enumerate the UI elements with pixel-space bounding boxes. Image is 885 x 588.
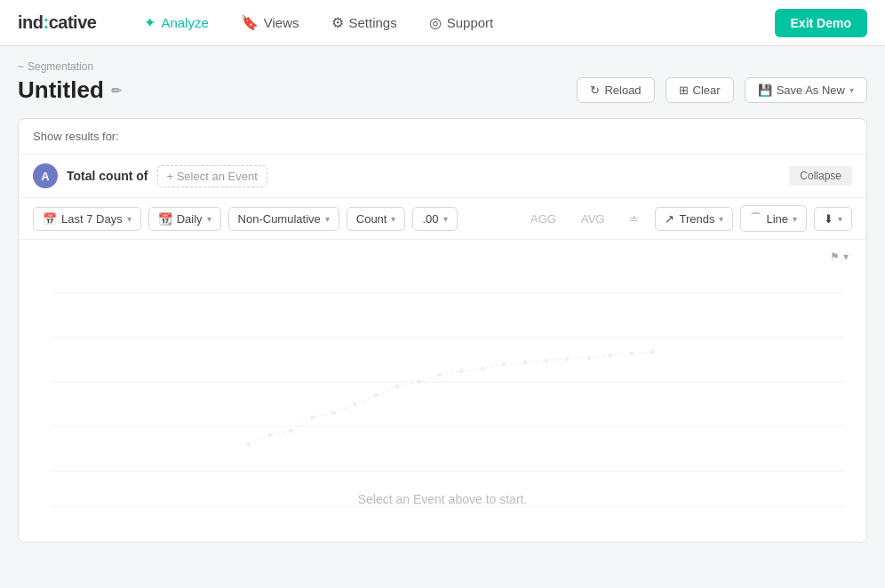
breadcrumb-icon: ~ (18, 60, 24, 73)
download-chevron-icon: ▾ (838, 214, 842, 224)
settings-icon: ⚙ (331, 14, 344, 31)
trends-chevron-icon: ▾ (719, 214, 723, 224)
page-content: ~ Segmentation Untitled ✏ ↻ Reload ⊞ Cle… (0, 46, 885, 557)
nav-item-analyze[interactable]: ✦ Analyze (132, 9, 220, 36)
frequency-button[interactable]: 📆 Daily ▾ (148, 207, 221, 231)
download-button[interactable]: ⬇ ▾ (814, 207, 852, 231)
chart-area: ⚑ ▾ Select an Event above to start. (19, 240, 866, 542)
save-icon: 💾 (758, 83, 772, 97)
download-icon: ⬇ (824, 212, 833, 226)
controls-row: 📅 Last 7 Days ▾ 📆 Daily ▾ Non-Cumulative… (19, 198, 866, 240)
line-button[interactable]: ⌒ Line ▾ (740, 205, 807, 232)
header-actions: ↻ Reload ⊞ Clear 💾 Save As New ▾ (577, 77, 867, 103)
date-range-button[interactable]: 📅 Last 7 Days ▾ (33, 207, 141, 231)
nav-item-support[interactable]: ◎ Support (417, 9, 506, 36)
decimal-button[interactable]: .00 ▾ (412, 207, 457, 231)
support-icon: ◎ (429, 14, 442, 31)
frequency-chevron-icon: ▾ (207, 214, 211, 224)
cumulative-button[interactable]: Non-Cumulative ▾ (228, 207, 339, 231)
save-as-button[interactable]: 💾 Save As New ▾ (745, 77, 867, 103)
show-results-header: Show results for: (19, 119, 866, 155)
chart-empty-text: Select an Event above to start. (358, 492, 528, 506)
avg-button[interactable]: AVG (572, 208, 614, 230)
page-title-group: Untitled ✏ (18, 76, 122, 104)
avatar: A (33, 163, 58, 188)
main-card: Show results for: A Total count of + Sel… (18, 118, 867, 543)
date-range-chevron-icon: ▾ (127, 214, 132, 224)
nav-items: ✦ Analyze 🔖 Views ⚙ Settings ◎ Support (132, 9, 774, 36)
page-title: Untitled (18, 76, 104, 104)
collapse-button[interactable]: Collapse (789, 166, 852, 186)
row-a: A Total count of + Select an Event Colla… (19, 155, 866, 198)
top-nav: ind:cative ✦ Analyze 🔖 Views ⚙ Settings … (0, 0, 885, 46)
app-logo: ind:cative (18, 12, 96, 33)
count-chevron-icon: ▾ (391, 214, 395, 224)
cumulative-chevron-icon: ▾ (325, 214, 330, 224)
formula-button[interactable]: ≐ (620, 208, 648, 230)
nav-item-settings[interactable]: ⚙ Settings (319, 9, 410, 36)
agg-button[interactable]: AGG (522, 208, 565, 230)
clear-button[interactable]: ⊞ Clear (666, 77, 734, 103)
clear-icon: ⊞ (679, 83, 689, 97)
calendar-icon: 📅 (43, 212, 57, 226)
analyze-icon: ✦ (144, 14, 155, 31)
count-button[interactable]: Count ▾ (347, 207, 406, 231)
views-icon: 🔖 (241, 14, 259, 31)
flag-chevron-icon: ▾ (843, 250, 849, 263)
edit-title-icon[interactable]: ✏ (111, 83, 122, 98)
breadcrumb: ~ Segmentation (18, 60, 867, 73)
line-chevron-icon: ▾ (793, 214, 797, 224)
save-as-chevron-icon: ▾ (849, 85, 854, 95)
trends-button[interactable]: ↗ Trends ▾ (655, 207, 733, 231)
decimal-chevron-icon: ▾ (443, 214, 448, 224)
reload-button[interactable]: ↻ Reload (577, 77, 654, 103)
frequency-calendar-icon: 📆 (158, 212, 172, 226)
chart-flag-button[interactable]: ⚑ ▾ (823, 247, 856, 266)
exit-demo-button[interactable]: Exit Demo (775, 9, 867, 37)
reload-icon: ↻ (590, 83, 600, 97)
nav-item-views[interactable]: 🔖 Views (228, 9, 312, 36)
total-count-label: Total count of (67, 169, 148, 183)
select-event-button[interactable]: + Select an Event (157, 165, 267, 187)
flag-icon: ⚑ (830, 250, 840, 263)
svg-point-19 (651, 350, 655, 354)
chart-top-right-actions: ⚑ ▾ (823, 247, 856, 266)
trends-icon: ↗ (665, 212, 674, 226)
page-header: Untitled ✏ ↻ Reload ⊞ Clear 💾 Save As Ne… (18, 76, 867, 104)
line-icon: ⌒ (750, 211, 761, 226)
